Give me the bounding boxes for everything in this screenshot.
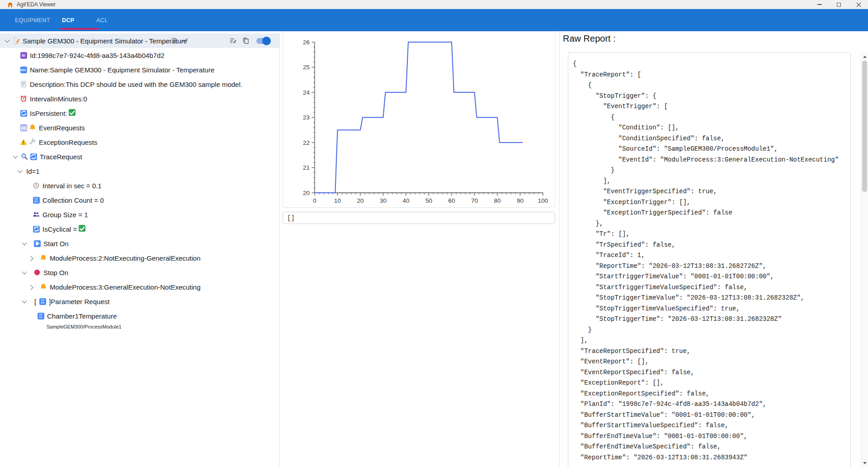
window-title: Agil'EDA Viewer [17,1,56,8]
tree-row-branch3-14[interactable]: Start On [0,236,279,251]
edit-button[interactable] [229,33,236,48]
app-logo-icon [7,2,13,8]
stop-circle-icon [33,269,41,276]
json-line: "SourceId": "SampleGEM300/ProcessModule1… [573,144,846,155]
chevron-down-icon[interactable] [21,240,28,247]
bell-icon [40,283,47,291]
tree-row-modproc-15[interactable]: ModuleProcess:2:NotExecuting-GeneralExec… [0,251,279,265]
tree-row-tracereq-8[interactable]: TraceRequest [0,149,279,164]
tree-row-leaf3-10[interactable]: Interval in sec = 0.1 [0,178,279,193]
json-line: } [573,165,846,176]
tree-row-id1-9[interactable]: Id=1 [0,164,279,178]
tree-row-label: Start On [43,240,69,248]
chevron-right-icon[interactable] [27,254,34,262]
json-line: "Tr": [], [573,229,846,240]
chevron-down-icon[interactable] [16,167,24,175]
copy-icon [242,37,250,44]
json-line: "EventId": "ModuleProcess:3:GeneralExecu… [573,155,846,166]
minimize-button[interactable] [813,0,826,9]
tree-row-prop-7[interactable]: ExceptionRequests [0,135,279,149]
scroll-down-icon[interactable] [861,460,868,466]
json-line: ], [573,176,846,187]
tree-row-label: ModuleProcess:3:GeneralExecution-NotExec… [50,283,201,291]
scrollbar-thumb[interactable] [862,61,867,192]
tree-row-prop-2[interactable]: abcName:Sample GEM300 - Equipment Simula… [0,62,279,77]
alarm-clock-icon [20,95,27,102]
tree-row-chamber-19[interactable]: 1234Chamber1TemperatureSampleGEM300/Proc… [0,309,279,334]
enabled-toggle[interactable] [256,33,270,48]
play-badge-icon [33,240,41,247]
tree-row-prop-4[interactable]: IntervalInMinutes:0 [0,91,279,106]
tree-row-leaf3-11[interactable]: 1234Collection Count = 0 [0,193,279,207]
json-line: "BufferEndTimeValue": "0001-01-01T00:00:… [573,431,846,442]
chevron-down-icon[interactable] [12,153,19,160]
check-badge-icon [78,225,85,232]
svg-text:90: 90 [517,197,524,204]
json-line: ], [573,335,846,346]
chevron-right-icon[interactable] [27,283,34,291]
right-scrollbar[interactable] [861,52,868,467]
trash-icon [170,37,178,44]
show-chart-button[interactable] [181,33,188,48]
close-button[interactable] [852,0,865,9]
svg-text:0: 0 [313,197,316,204]
tree-row-prop-6[interactable]: EventRequests [0,120,279,135]
tree-row-root-0[interactable]: Sample GEM300 - Equipment Simulator - Te… [0,33,279,48]
svg-text:20: 20 [303,190,310,196]
duplicate-button[interactable] [242,33,250,48]
json-line: "Condition": [], [573,123,846,133]
tree-row-prop-5[interactable]: IsPersistent: [0,106,279,120]
json-line: } [573,325,846,336]
json-line: "TrSpecified": false, [573,240,846,251]
numbers-badge-icon: 1234 [37,312,44,319]
json-line: "EventTrigger": [ [573,101,846,112]
maximize-button[interactable] [832,0,845,9]
tree-row-prop-1[interactable]: IDId:1998c7e7-924c-4fd8-aa35-143a4b04b7d… [0,48,279,62]
tree-row-leaf3-13[interactable]: IsCyclical = [0,222,279,236]
svg-text:10: 10 [334,197,341,204]
trace-data-field[interactable]: [] [283,212,555,224]
chevron-down-icon[interactable] [21,298,28,305]
chevron-down-icon[interactable] [4,37,11,44]
json-line: "ExceptionTrigger": [], [573,197,846,208]
tree-row-label: Name:Sample GEM300 - Equipment Simulator… [30,66,214,74]
tree-row-label: Id:1998c7e7-924c-4fd8-aa35-143a4b04b7d2 [30,52,165,59]
numbers-badge-icon: 1234 [33,196,40,204]
chevron-down-icon[interactable] [21,269,28,276]
tree-row-prop-3[interactable]: Description:This DCP should be used with… [0,77,279,91]
tree-row-leaf3-12[interactable]: Group Size = 1 [0,207,279,222]
tree-row-branch3-16[interactable]: Stop On [0,265,279,280]
tree-row-label: EventRequests [39,124,85,132]
tree-row-label: IsPersistent: [30,110,67,117]
json-line: "StopTriggerTimeValue": "2026-03-12T13:0… [573,293,846,304]
delete-button[interactable] [170,33,178,48]
tree-row-modproc-17[interactable]: ModuleProcess:3:GeneralExecution-NotExec… [0,280,279,294]
tree-row-label: TraceRequest [40,153,82,161]
edit-list-icon [229,37,236,44]
raw-report-title: Raw Report : [563,33,616,44]
raw-report-json: { "TraceReport": [ { "StopTrigger": { "E… [568,52,851,467]
json-line: { [573,112,846,123]
clock-icon [33,182,40,189]
app-window: Agil'EDA Viewer EQUIPMENTDCPACL Sample G… [0,0,868,467]
svg-text:70: 70 [471,197,478,204]
tab-equipment[interactable]: EQUIPMENT [15,9,50,31]
svg-text:60: 60 [448,197,455,204]
tab-acl[interactable]: ACL [96,9,108,31]
json-line: "ExceptionTriggerSpecified": false [573,208,846,219]
svg-text:24: 24 [303,89,310,96]
json-line: "ExceptionReportSpecified": false, [573,389,846,400]
trace-chart-card: 202122232425260102030405060708090100 [283,32,555,208]
scroll-up-icon[interactable] [861,53,868,60]
wrench-icon [29,138,36,146]
panel-divider-right [559,31,560,467]
json-line: "BufferEndTimeValueSpecified": false, [573,442,846,453]
bell-icon [29,124,36,131]
sync-badge-icon [33,225,40,233]
json-line: "StopTriggerTime": "2026-03-12T13:08:31.… [573,314,846,325]
calendar-icon [20,124,27,131]
tree-row-branch3-18[interactable]: [1234]Parameter Request [0,294,279,309]
svg-text:23: 23 [303,114,310,121]
json-line: { [573,59,846,70]
svg-text:25: 25 [303,64,310,71]
